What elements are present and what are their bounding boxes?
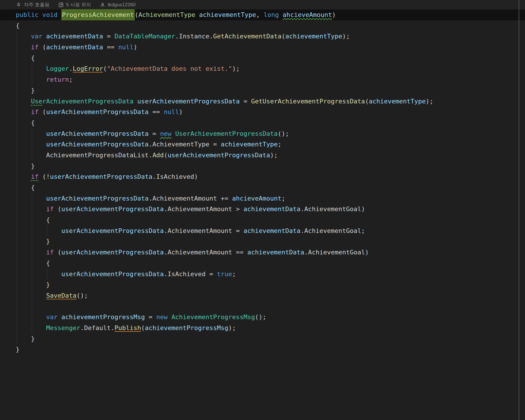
indent-guide <box>17 258 17 269</box>
indent-guide <box>32 323 32 333</box>
code-editor-window: 자주 호출됨 5 사용 위치 tkdgus12260 public void P… <box>0 0 525 420</box>
indent-guide <box>17 117 17 128</box>
code-line[interactable]: Messenger.Default.Publish(achievementPro… <box>0 323 525 333</box>
code-line[interactable]: { <box>0 215 525 225</box>
code-token: (! <box>39 173 50 180</box>
indent-guide <box>17 247 17 258</box>
code-token: .AchievementAmount > <box>164 205 244 213</box>
code-token: userAchievementProgressData <box>61 205 164 213</box>
code-token: ; <box>281 195 285 202</box>
code-token: ); <box>228 324 236 331</box>
code-token: var <box>31 33 46 40</box>
code-token: achievementData <box>46 44 103 51</box>
code-token: . <box>69 65 73 72</box>
indent-guide <box>32 74 32 85</box>
code-line[interactable]: userAchievementProgressData.AchievementT… <box>0 139 525 150</box>
code-token: GetAchievementData <box>213 33 281 40</box>
code-token: == <box>149 108 164 115</box>
code-vision-author[interactable]: tkdgus12260 <box>100 2 136 8</box>
code-token: achievementType <box>195 11 256 18</box>
indent-guide <box>17 96 17 107</box>
code-token: null <box>118 44 134 51</box>
code-line[interactable]: } <box>0 85 525 96</box>
code-token: .AchievementAmount == <box>164 249 247 256</box>
code-line[interactable]: var achievementProgressMsg = new Achieve… <box>0 312 525 323</box>
code-line[interactable]: UserAchievementProgressData userAchievem… <box>0 96 525 107</box>
code-line[interactable]: userAchievementProgressData.IsAchieved =… <box>0 269 525 280</box>
code-token: Logger <box>46 65 69 72</box>
code-line[interactable]: { <box>0 20 525 31</box>
code-line[interactable] <box>0 301 525 312</box>
code-token: GetUserAchievementProgressData <box>251 98 365 105</box>
indent-guide <box>17 279 17 290</box>
code-token: Messenger <box>46 324 80 331</box>
code-line[interactable]: userAchievementProgressData.AchievementA… <box>0 225 525 236</box>
code-line[interactable]: if (!userAchievementProgressData.IsAchie… <box>0 171 525 182</box>
code-line[interactable]: } <box>0 279 525 290</box>
indent-guide <box>17 128 17 139</box>
indent-guide <box>17 301 17 312</box>
code-token: userAchievementProgressData <box>46 130 149 137</box>
code-token: ( <box>54 249 62 256</box>
code-token: ); <box>426 98 434 105</box>
code-line[interactable]: { <box>0 182 525 193</box>
code-line[interactable]: return; <box>0 74 525 85</box>
code-token: .AchievementGoal) <box>304 249 369 256</box>
code-token: AchievementType <box>138 11 195 18</box>
code-token: ( <box>135 11 138 18</box>
code-vision-usages[interactable]: 5 사용 위치 <box>58 1 91 8</box>
code-token: userAchievementProgressData <box>46 141 149 148</box>
code-line[interactable]: SaveData(); <box>0 290 525 301</box>
code-line[interactable]: AchievementProgressDataList.Add(userAchi… <box>0 150 525 161</box>
code-token: , <box>256 11 264 18</box>
code-line[interactable]: { <box>0 117 525 128</box>
indent-guide <box>32 204 32 215</box>
indent-guide <box>17 139 17 150</box>
indent-guide <box>32 139 32 150</box>
editor[interactable]: public void ProgressAchievement(Achievem… <box>0 9 525 355</box>
code-token: userAchievementProgressData <box>168 152 270 159</box>
code-token: userAchievementProgressData <box>46 108 149 115</box>
code-token: .AchievementGoal) <box>300 205 365 213</box>
code-line[interactable]: if (userAchievementProgressData.Achievem… <box>0 204 525 215</box>
code-token: ( <box>141 324 145 331</box>
code-token: achievementData <box>247 249 304 256</box>
code-line[interactable]: { <box>0 53 525 64</box>
code-token: if <box>46 205 54 213</box>
indent-guide <box>17 85 17 96</box>
indent-guide <box>47 225 47 236</box>
code-line[interactable]: if (achievementData == null) <box>0 42 525 53</box>
code-token: .Default. <box>80 324 114 331</box>
code-line[interactable]: if (userAchievementProgressData == null) <box>0 107 525 117</box>
code-token: .AchievementAmount = <box>164 227 244 234</box>
code-token: ; <box>278 141 281 148</box>
indent-guide <box>32 128 32 139</box>
code-token: ); <box>342 33 350 40</box>
code-token: new <box>160 130 171 137</box>
code-line[interactable]: var achievementData = DataTableManager.I… <box>0 31 525 42</box>
code-token: ( <box>103 65 107 72</box>
code-line[interactable]: if (userAchievementProgressData.Achievem… <box>0 247 525 258</box>
sticky-declaration-line[interactable]: public void ProgressAchievement(Achievem… <box>0 9 525 20</box>
code-token: ( <box>39 44 46 51</box>
code-token: ) <box>134 44 137 51</box>
code-line[interactable]: userAchievementProgressData.AchievementA… <box>0 193 525 204</box>
code-token: null <box>164 108 179 115</box>
code-token: (); <box>77 292 88 299</box>
code-token: true <box>217 270 232 278</box>
code-line[interactable]: } <box>0 344 525 355</box>
indent-guide <box>17 215 17 225</box>
code-token: AchievementProgressMsg <box>171 313 255 321</box>
indent-guide <box>32 63 32 74</box>
code-token: var <box>46 313 61 321</box>
indent-guide <box>32 269 32 280</box>
code-token: rAchievementProgressData <box>42 98 134 105</box>
code-line[interactable]: } <box>0 236 525 247</box>
code-line[interactable]: } <box>0 161 525 172</box>
code-line[interactable]: userAchievementProgressData = new UserAc… <box>0 128 525 139</box>
code-line[interactable]: Logger.LogError("AchievementData does no… <box>0 63 525 74</box>
code-line[interactable]: } <box>0 333 525 344</box>
right-margin-guide <box>519 0 519 420</box>
code-line[interactable]: { <box>0 258 525 269</box>
code-vision-hot[interactable]: 자주 호출됨 <box>16 1 50 8</box>
